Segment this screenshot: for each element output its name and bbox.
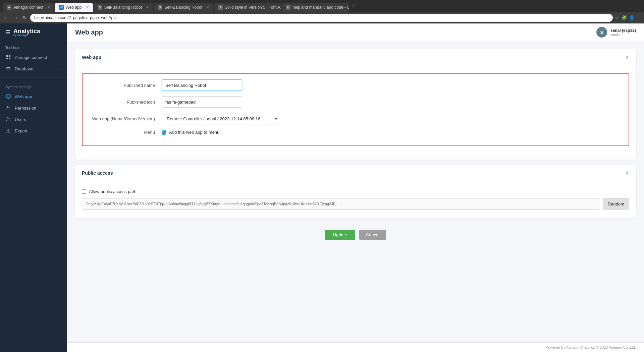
- public-access-card-header[interactable]: Public access ∧: [75, 165, 636, 181]
- webapp-name-select[interactable]: Remote Controller / senal / 2023-12-14 0…: [162, 113, 279, 124]
- footer: Powered by Aimagin Analytics © 2023 Aima…: [67, 342, 644, 352]
- back-button[interactable]: ←: [3, 14, 10, 21]
- sidebar-item-aimagin-connect[interactable]: Aimagin connect: [0, 52, 67, 63]
- published-name-input[interactable]: [162, 79, 242, 91]
- content-area: Web app ∧ Published name Published icon: [67, 41, 644, 342]
- public-path-input[interactable]: [82, 198, 600, 210]
- allow-public-checkbox[interactable]: [82, 189, 86, 194]
- profile-icon[interactable]: 👤: [629, 15, 635, 20]
- user-area: S senal (esp32) admin: [596, 27, 636, 38]
- user-name: senal (esp32): [610, 28, 636, 33]
- settings-icon[interactable]: ⋮: [637, 15, 641, 20]
- published-icon-row: Published icon: [88, 96, 623, 108]
- tab-web-app[interactable]: W Web app ✕: [55, 3, 93, 12]
- allow-public-row: Allow public access path:: [82, 189, 629, 194]
- menu-label: Menu: [88, 130, 162, 135]
- address-bar[interactable]: bidev.aimagin.com/?_pageId=_page_webApp: [30, 14, 613, 22]
- bookmark-icon[interactable]: ☆: [615, 15, 619, 20]
- permission-icon: [5, 105, 11, 111]
- tab-favicon-2: W: [59, 5, 64, 10]
- tab-help-manual[interactable]: H help and manual 8 add code - C... ✕: [282, 3, 349, 12]
- action-row: Update Cancel: [75, 223, 636, 240]
- tab-self-balancing-2[interactable]: S Self-Balancing Robot ✕: [154, 3, 213, 12]
- user-avatar: S: [596, 27, 607, 38]
- svg-point-4: [7, 67, 10, 68]
- users-icon: [5, 116, 11, 122]
- tab-close-2[interactable]: ✕: [84, 5, 89, 10]
- menu-checkbox[interactable]: [162, 130, 166, 135]
- svg-rect-1: [9, 55, 10, 57]
- address-text: bidev.aimagin.com/?_pageId=_page_webApp: [34, 15, 116, 20]
- tab-label-1: Aimagin connect: [13, 5, 43, 10]
- tab-label-6: help and manual 8 add code - C...: [292, 5, 349, 10]
- tab-favicon-1: A: [7, 5, 11, 10]
- update-button[interactable]: Update: [325, 230, 355, 240]
- svg-point-8: [9, 118, 10, 119]
- public-access-title: Public access: [82, 170, 113, 176]
- public-access-card: Public access ∧ Allow public access path…: [75, 165, 636, 218]
- allow-public-label: Allow public access path:: [89, 189, 138, 194]
- webapp-card-header[interactable]: Web app ∧: [75, 49, 636, 65]
- public-access-card-body: Allow public access path: Random: [75, 181, 636, 218]
- tab-aimagin-connect[interactable]: A Aimagin connect ✕: [3, 3, 54, 12]
- sidebar-item-export[interactable]: Export: [0, 125, 67, 136]
- tab-favicon-4: S: [158, 5, 162, 10]
- footer-text: Powered by Aimagin Analytics © 2023 Aima…: [546, 345, 636, 349]
- browser-chrome: A Aimagin connect ✕ W Web app ✕ S Self-B…: [0, 0, 644, 23]
- tab-label-4: Self-Balancing Robot: [164, 5, 202, 10]
- sidebar-item-users[interactable]: Users: [0, 114, 67, 125]
- sidebar-item-label-database: Database: [15, 66, 34, 71]
- sidebar-item-permission[interactable]: Permission: [0, 102, 67, 114]
- sidebar-item-webapp[interactable]: Web app: [0, 91, 67, 102]
- highlighted-section: Published name Published icon Web app (N…: [82, 73, 629, 146]
- menu-row: Menu Add this web app to menu: [88, 130, 623, 135]
- published-icon-input[interactable]: [162, 96, 242, 108]
- webapp-card-body: Published name Published icon Web app (N…: [75, 65, 636, 160]
- toolbar-icons: ☆ 🧩 👤 ⋮: [615, 15, 641, 20]
- svg-rect-2: [6, 58, 8, 59]
- svg-rect-0: [6, 55, 8, 57]
- webapp-card-title: Web app: [82, 55, 101, 60]
- public-path-row: Random: [82, 198, 629, 210]
- tab-solid-style[interactable]: F Solid style in Version 5 | Font A... ✕: [214, 3, 281, 12]
- menu-checkbox-label: Add this web app to menu: [169, 130, 219, 135]
- tab-close-1[interactable]: ✕: [45, 5, 50, 10]
- sidebar: ☰ Analytics by Aimagin Tool box Aimagin …: [0, 23, 67, 352]
- sidebar-header: ☰ Analytics by Aimagin: [0, 23, 67, 41]
- user-role: admin: [610, 33, 636, 37]
- user-info: senal (esp32) admin: [610, 28, 636, 37]
- tab-label-5: Solid style in Version 5 | Font A...: [225, 5, 281, 10]
- sidebar-divider: [0, 77, 67, 77]
- browser-toolbar: ← → ↻ bidev.aimagin.com/?_pageId=_page_w…: [0, 12, 644, 23]
- new-tab-button[interactable]: +: [350, 3, 359, 10]
- webapp-collapse-icon: ∧: [625, 54, 629, 60]
- tab-close-3[interactable]: ✕: [144, 5, 149, 10]
- published-icon-label: Published icon: [88, 100, 162, 105]
- app-layout: ☰ Analytics by Aimagin Tool box Aimagin …: [0, 23, 644, 352]
- sidebar-item-label-aimagin-connect: Aimagin connect: [15, 55, 47, 60]
- top-bar: Web app S senal (esp32) admin: [67, 23, 644, 41]
- webapp-icon: [5, 94, 11, 100]
- tab-favicon-3: S: [98, 5, 102, 10]
- database-icon: [5, 66, 11, 72]
- extension-icon[interactable]: 🧩: [621, 15, 627, 20]
- public-access-collapse-icon: ∧: [625, 170, 629, 176]
- hamburger-icon[interactable]: ☰: [5, 29, 10, 36]
- sidebar-item-label-webapp: Web app: [15, 94, 32, 99]
- svg-point-7: [7, 118, 8, 119]
- page-title: Web app: [75, 28, 103, 36]
- sidebar-item-label-users: Users: [15, 117, 26, 122]
- reload-button[interactable]: ↻: [21, 14, 28, 21]
- system-settings-label: System settings: [0, 80, 67, 91]
- cancel-button[interactable]: Cancel: [359, 230, 386, 240]
- tab-favicon-6: H: [286, 5, 290, 10]
- published-name-label: Published name: [88, 83, 162, 88]
- random-button[interactable]: Random: [603, 198, 629, 210]
- webapp-name-row: Web app (Name/Owner/Version) Remote Cont…: [88, 113, 623, 124]
- webapp-name-label: Web app (Name/Owner/Version): [88, 116, 162, 121]
- forward-button[interactable]: →: [12, 14, 19, 21]
- menu-checkbox-row: Add this web app to menu: [162, 130, 219, 135]
- sidebar-item-database[interactable]: Database ›: [0, 63, 67, 74]
- tab-self-balancing-1[interactable]: S Self-Balancing Robot ✕: [94, 3, 153, 12]
- tab-close-4[interactable]: ✕: [204, 5, 209, 10]
